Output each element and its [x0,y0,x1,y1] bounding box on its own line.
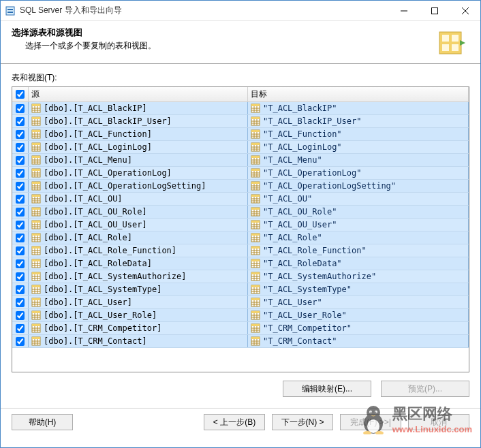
row-source[interactable]: [dbo].[T_CRM_Competitor] [29,322,248,334]
row-checkbox[interactable] [16,169,25,178]
row-target[interactable]: "T_ACL_SystemAuthorize" [248,270,469,283]
row-source[interactable]: [dbo].[T_ACL_SystemType] [29,283,248,295]
row-source[interactable]: [dbo].[T_ACL_BlackIP] [29,102,248,114]
row-checkbox[interactable] [16,337,25,346]
table-row[interactable]: [dbo].[T_ACL_BlackIP_User]"T_ACL_BlackIP… [12,115,469,128]
row-checkbox-cell[interactable] [12,335,29,347]
row-checkbox[interactable] [16,117,25,126]
table-row[interactable]: [dbo].[T_ACL_RoleData]"T_ACL_RoleData" [12,257,469,270]
col-header-target[interactable]: 目标 [248,87,469,101]
row-checkbox[interactable] [16,246,25,255]
row-checkbox[interactable] [16,182,25,191]
table-row[interactable]: [dbo].[T_ACL_BlackIP]"T_ACL_BlackIP" [12,102,469,115]
row-source[interactable]: [dbo].[T_ACL_OU_User] [29,219,248,231]
select-all-checkbox[interactable] [16,90,25,99]
row-target[interactable]: "T_ACL_Role_Function" [248,244,469,257]
row-checkbox-cell[interactable] [12,322,29,334]
row-checkbox[interactable] [16,104,25,113]
row-checkbox[interactable] [16,324,25,333]
table-row[interactable]: [dbo].[T_ACL_OperationLogSetting]"T_ACL_… [12,180,469,193]
row-checkbox-cell[interactable] [12,128,29,140]
table-row[interactable]: [dbo].[T_ACL_User_Role]"T_ACL_User_Role" [12,309,469,322]
row-target[interactable]: "T_ACL_BlackIP" [248,102,469,114]
table-row[interactable]: [dbo].[T_ACL_OperationLog]"T_ACL_Operati… [12,167,469,180]
row-source[interactable]: [dbo].[T_ACL_OperationLog] [29,167,248,179]
row-checkbox[interactable] [16,272,25,281]
row-checkbox[interactable] [16,156,25,165]
row-checkbox-cell[interactable] [12,102,29,114]
row-checkbox[interactable] [16,311,25,320]
row-target[interactable]: "T_ACL_OperationLogSetting" [248,180,469,192]
row-source[interactable]: [dbo].[T_ACL_OU] [29,193,248,205]
table-row[interactable]: [dbo].[T_ACL_Role]"T_ACL_Role" [12,231,469,244]
table-row[interactable]: [dbo].[T_ACL_SystemType]"T_ACL_SystemTyp… [12,283,469,296]
row-checkbox-cell[interactable] [12,154,29,166]
help-button[interactable]: 帮助(H) [12,414,73,430]
row-checkbox[interactable] [16,298,25,307]
row-checkbox[interactable] [16,221,25,229]
row-target[interactable]: "T_ACL_User" [248,296,469,308]
row-checkbox-cell[interactable] [12,231,29,244]
row-checkbox-cell[interactable] [12,270,29,283]
row-checkbox-cell[interactable] [12,257,29,270]
row-checkbox[interactable] [16,130,25,139]
row-target[interactable]: "T_ACL_Function" [248,128,469,140]
row-checkbox-cell[interactable] [12,219,29,231]
row-target[interactable]: "T_ACL_OperationLog" [248,167,469,179]
maximize-button[interactable] [419,1,450,20]
row-checkbox-cell[interactable] [12,193,29,205]
row-target[interactable]: "T_ACL_Menu" [248,154,469,166]
col-header-source[interactable]: 源 [29,87,248,101]
row-source[interactable]: [dbo].[T_ACL_LoginLog] [29,141,248,153]
row-checkbox-cell[interactable] [12,141,29,153]
row-target[interactable]: "T_ACL_SystemType" [248,283,469,295]
row-checkbox-cell[interactable] [12,309,29,321]
table-row[interactable]: [dbo].[T_ACL_Function]"T_ACL_Function" [12,128,469,141]
row-checkbox-cell[interactable] [12,206,29,218]
table-row[interactable]: [dbo].[T_ACL_LoginLog]"T_ACL_LoginLog" [12,141,469,154]
row-source[interactable]: [dbo].[T_ACL_Role_Function] [29,244,248,257]
table-row[interactable]: [dbo].[T_ACL_SystemAuthorize]"T_ACL_Syst… [12,270,469,283]
grid-body[interactable]: [dbo].[T_ACL_BlackIP]"T_ACL_BlackIP"[dbo… [12,102,469,372]
row-target[interactable]: "T_ACL_RoleData" [248,257,469,270]
row-source[interactable]: [dbo].[T_CRM_Contact] [29,335,248,347]
header-checkbox-cell[interactable] [12,87,29,101]
table-row[interactable]: [dbo].[T_ACL_OU_Role]"T_ACL_OU_Role" [12,206,469,219]
row-target[interactable]: "T_CRM_Contact" [248,335,469,347]
row-target[interactable]: "T_ACL_Role" [248,231,469,244]
row-source[interactable]: [dbo].[T_ACL_User] [29,296,248,308]
back-button[interactable]: < 上一步(B) [204,414,265,430]
row-checkbox-cell[interactable] [12,244,29,257]
row-checkbox[interactable] [16,234,25,242]
row-checkbox[interactable] [16,259,25,268]
row-source[interactable]: [dbo].[T_ACL_User_Role] [29,309,248,321]
row-checkbox-cell[interactable] [12,115,29,127]
row-source[interactable]: [dbo].[T_ACL_BlackIP_User] [29,115,248,127]
table-row[interactable]: [dbo].[T_CRM_Competitor]"T_CRM_Competito… [12,322,469,335]
row-source[interactable]: [dbo].[T_ACL_Role] [29,231,248,244]
row-target[interactable]: "T_CRM_Competitor" [248,322,469,334]
row-checkbox-cell[interactable] [12,296,29,308]
row-source[interactable]: [dbo].[T_ACL_Menu] [29,154,248,166]
table-row[interactable]: [dbo].[T_ACL_Menu]"T_ACL_Menu" [12,154,469,167]
table-row[interactable]: [dbo].[T_CRM_Contact]"T_CRM_Contact" [12,335,469,348]
table-row[interactable]: [dbo].[T_ACL_OU_User]"T_ACL_OU_User" [12,219,469,231]
row-source[interactable]: [dbo].[T_ACL_OperationLogSetting] [29,180,248,192]
row-source[interactable]: [dbo].[T_ACL_RoleData] [29,257,248,270]
next-button[interactable]: 下一步(N) > [272,414,333,430]
table-row[interactable]: [dbo].[T_ACL_OU]"T_ACL_OU" [12,193,469,206]
row-target[interactable]: "T_ACL_OU_User" [248,219,469,231]
close-button[interactable] [450,1,480,20]
row-source[interactable]: [dbo].[T_ACL_SystemAuthorize] [29,270,248,283]
row-checkbox[interactable] [16,195,25,204]
row-source[interactable]: [dbo].[T_ACL_Function] [29,128,248,140]
row-checkbox[interactable] [16,208,25,217]
row-checkbox[interactable] [16,143,25,152]
table-row[interactable]: [dbo].[T_ACL_Role_Function]"T_ACL_Role_F… [12,244,469,257]
row-checkbox-cell[interactable] [12,283,29,295]
row-checkbox[interactable] [16,285,25,294]
table-row[interactable]: [dbo].[T_ACL_User]"T_ACL_User" [12,296,469,309]
row-source[interactable]: [dbo].[T_ACL_OU_Role] [29,206,248,218]
row-target[interactable]: "T_ACL_OU" [248,193,469,205]
minimize-button[interactable] [388,1,419,20]
